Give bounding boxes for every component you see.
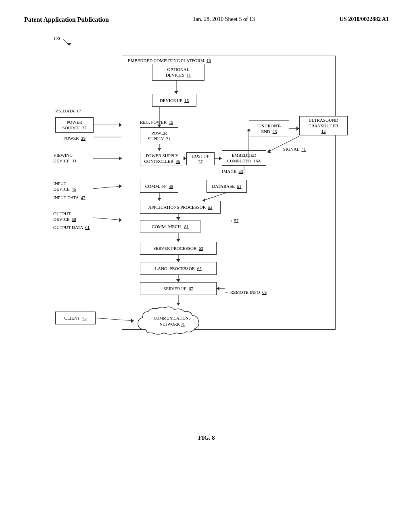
header: Patent Application Publication Jan. 28, …	[24, 16, 389, 23]
signal-label: SIGNAL 41	[283, 146, 306, 152]
embedded-computer-box: EMBEDDEDCOMPUTER 16A	[222, 150, 266, 166]
page: Patent Application Publication Jan. 28, …	[0, 0, 413, 532]
svg-line-34	[93, 218, 122, 220]
power-supply-controller-box: POWER SUPPLYCONTROLLER 35	[140, 151, 184, 166]
diagram: 100 EMBEDDED COMPUTING PLATFORM 16 OPTIO…	[33, 31, 380, 426]
svg-marker-3	[67, 43, 72, 46]
comm-mech-box: COMM. MECH. 81	[140, 220, 200, 233]
input-data-label: INPUT DATA 47	[53, 195, 85, 200]
reg-power-label: REG. POWER 19	[140, 119, 173, 125]
svg-text:COMMUNICATIONS: COMMUNICATIONS	[154, 316, 191, 320]
output-data-label: OUTPUT DATA 61	[53, 224, 90, 230]
comm-if-box: COMM. I/F 49	[140, 180, 178, 193]
server-if-box: SERVER I/F 67	[140, 282, 217, 295]
ref-100-label: 100	[53, 35, 60, 41]
svg-line-2	[63, 39, 69, 46]
svg-line-26	[93, 186, 122, 189]
svg-marker-27	[119, 184, 122, 188]
applications-processor-box: APPLICATIONS PROCESSOR 53	[140, 201, 221, 214]
date-sheet-label: Jan. 28, 2010 Sheet 5 of 13	[194, 16, 255, 23]
optional-devices-box: OPTIONALDEVICES 11	[152, 64, 204, 81]
ref-57-label: \ 57	[231, 218, 239, 223]
svg-marker-35	[119, 218, 122, 222]
comm-network-cloud: COMMUNICATIONS NETWORK 71	[134, 305, 211, 336]
power-label: POWER 29	[63, 135, 86, 141]
patent-number-label: US 2010/0022882 A1	[340, 16, 389, 23]
output-device-label: OUTPUTDEVICE 59	[53, 211, 76, 222]
lang-processor-box: LANG. PROCESSOR 65	[140, 262, 217, 275]
server-processor-box: SERVER PROCESSOR 63	[140, 242, 217, 255]
power-source-box: POWERSOURCE 27	[55, 117, 94, 133]
viewing-device-label: VIEWINGDEVICE 33	[53, 152, 76, 164]
ps-data-label: P.S. DATA 17	[55, 108, 81, 114]
us-front-end-box: U/S FRONT-END 23	[249, 120, 289, 137]
cloud-svg: COMMUNICATIONS NETWORK 71	[134, 305, 211, 336]
image-label: IMAGE 43	[222, 168, 243, 174]
publication-label: Patent Application Publication	[24, 16, 109, 23]
host-if-box: HOST I/F37	[186, 152, 215, 165]
svg-marker-25	[119, 156, 122, 160]
power-supply-box: POWERSUPPLY 21	[140, 127, 178, 144]
figure-label: FIG. 8	[24, 434, 389, 441]
client-box: CLIENT 73	[55, 312, 96, 324]
database-box: DATABASE 51	[206, 180, 247, 193]
input-device-label: INPUTDEVICE 45	[53, 181, 76, 192]
svg-text:NETWORK 71: NETWORK 71	[160, 322, 185, 326]
svg-marker-9	[119, 123, 122, 127]
embedded-platform-label: EMBEDDED COMPUTING PLATFORM 16	[128, 58, 211, 63]
remote-info-label: ← REMOTE INFO 69	[225, 289, 267, 295]
device-if-box: DEVICE I/F 15	[152, 94, 196, 107]
ultrasound-transducer-box: ULTRASOUNDTRANSDUCER14	[299, 116, 348, 135]
